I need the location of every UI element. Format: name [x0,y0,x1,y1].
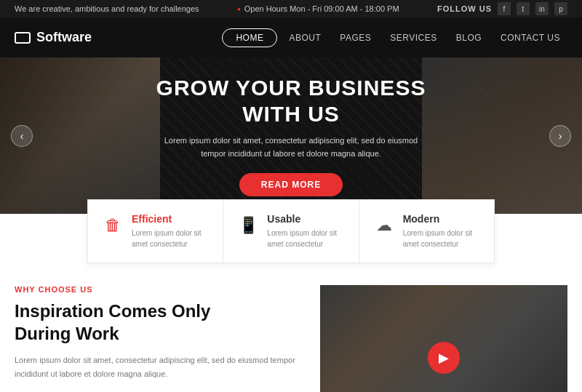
why-label: WHY CHOOSE US [15,285,298,294]
pinterest-icon[interactable]: p [554,2,567,15]
features-strip: 🗑 Efficient Lorem ipsum dolor sit amet c… [87,199,495,263]
hero-cta-button[interactable]: READ MORE [239,173,343,196]
feature-efficient-title: Efficient [132,213,208,225]
feature-efficient-icon: 🗑 [103,213,123,238]
feature-modern-desc: Lorem ipsum dolor sit amet consectetur [403,228,479,249]
why-title: Inspiration Comes Only During Work [15,300,298,345]
tagline-text: We are creative, ambitious and ready for… [15,4,199,13]
top-bar: We are creative, ambitious and ready for… [0,0,582,17]
feature-modern-icon: ☁ [374,213,394,238]
arrow-right-icon: › [559,130,562,142]
open-hours-text: Open Hours Mon - Fri 09:00 AM - 18:00 PM [244,4,399,13]
feature-modern-title: Modern [403,213,479,225]
feature-efficient-text: Efficient Lorem ipsum dolor sit amet con… [132,213,208,249]
hero-content: GROW YOUR BUSINESS WITH US Lorem ipsum d… [153,75,429,196]
play-button[interactable]: ▶ [428,342,460,374]
nav-about[interactable]: ABOUT [282,28,328,47]
hero-subtitle: Lorem ipsum dolor sit amet, consectetur … [153,135,429,160]
nav-services[interactable]: SERVICES [383,28,444,47]
logo-text: Software [36,30,92,45]
feature-usable-desc: Lorem ipsum dolor sit amet consectetur [267,228,343,249]
nav-home[interactable]: HOME [222,28,277,47]
facebook-icon[interactable]: f [498,2,511,15]
feature-usable: 📱 Usable Lorem ipsum dolor sit amet cons… [223,200,359,263]
why-title-line2: During Work [15,324,119,343]
nav-pages[interactable]: PAGES [332,28,378,47]
feature-usable-title: Usable [267,213,343,225]
why-left-content: WHY CHOOSE US Inspiration Comes Only Dur… [15,285,306,392]
arrow-left-icon: ‹ [20,130,24,142]
hero-title: GROW YOUR BUSINESS WITH US [153,75,429,127]
why-title-line1: Inspiration Comes Only [15,301,210,321]
hero-title-line2: WITH US [242,102,340,126]
play-icon: ▶ [439,350,449,366]
feature-efficient: 🗑 Efficient Lorem ipsum dolor sit amet c… [88,200,223,263]
why-choose-section: WHY CHOOSE US Inspiration Comes Only Dur… [0,263,582,392]
nav-contact[interactable]: CONTACT US [493,28,567,47]
follow-label: FOLLOW US [437,4,492,13]
open-hours-icon: ● [237,6,241,12]
hero-title-line1: GROW YOUR BUSINESS [156,76,426,100]
nav-blog[interactable]: BLOG [449,28,489,47]
feature-usable-icon: 📱 [238,213,258,238]
feature-usable-text: Usable Lorem ipsum dolor sit amet consec… [267,213,343,249]
nav-links: HOME ABOUT PAGES SERVICES BLOG CONTACT U… [222,28,567,47]
why-img-overlay [320,285,567,392]
feature-modern-text: Modern Lorem ipsum dolor sit amet consec… [403,213,479,249]
hero-next-button[interactable]: › [549,125,571,147]
hero-section: ‹ GROW YOUR BUSINESS WITH US Lorem ipsum… [0,57,582,214]
twitter-icon[interactable]: t [517,2,530,15]
why-desc: Lorem ipsum dolor sit amet, consectetur … [15,353,298,380]
logo-icon [15,32,31,44]
navbar: Software HOME ABOUT PAGES SERVICES BLOG … [0,17,582,57]
social-section: FOLLOW US f t in p [437,2,567,15]
open-hours-section: ● Open Hours Mon - Fri 09:00 AM - 18:00 … [237,4,399,13]
tagline-section: We are creative, ambitious and ready for… [15,4,199,13]
logo: Software [15,30,92,45]
linkedin-icon[interactable]: in [535,2,549,15]
feature-modern: ☁ Modern Lorem ipsum dolor sit amet cons… [359,200,494,263]
hero-prev-button[interactable]: ‹ [11,125,33,147]
why-video-thumbnail: ▶ [320,285,567,392]
feature-efficient-desc: Lorem ipsum dolor sit amet consectetur [132,228,208,249]
